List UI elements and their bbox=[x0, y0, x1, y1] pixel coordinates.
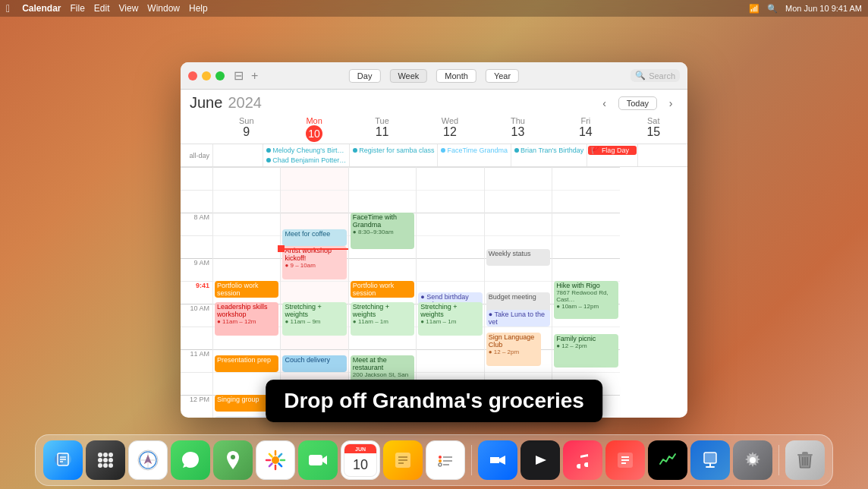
day-header-tue: Tue 11 bbox=[348, 115, 416, 144]
menubar-left:  Calendar File Edit View Window Help bbox=[6, 2, 208, 14]
time-labels: 8 AM 9 AM 9:41 10 AM 11 AM 12 PM 1 PM 2 … bbox=[181, 167, 212, 418]
dock-music[interactable] bbox=[563, 440, 602, 480]
dock-trash[interactable] bbox=[785, 440, 825, 480]
svg-point-13 bbox=[98, 463, 102, 468]
event-stretching-mon[interactable]: Stretching + weights ● 11am – 9m bbox=[282, 302, 346, 336]
svg-point-8 bbox=[103, 453, 108, 457]
dock-calendar[interactable]: JUN 10 bbox=[341, 440, 380, 480]
event-couch-delivery[interactable]: Couch delivery bbox=[282, 355, 346, 372]
allday-row: all-day Melody Cheung's Birt… Chad Benja… bbox=[181, 144, 687, 167]
dock-appletv[interactable] bbox=[520, 440, 560, 480]
allday-event-flagday[interactable]: 🚩 Flag Day bbox=[588, 146, 636, 155]
days-header: Sun 9 Mon 10 Tue 11 Wed 12 Thu 13 bbox=[181, 115, 687, 144]
menubar-right: 📶 🔍 Mon Jun 10 9:41 AM bbox=[749, 4, 862, 14]
search-box[interactable]: 🔍 Search bbox=[631, 69, 680, 82]
close-button[interactable] bbox=[188, 71, 197, 80]
dock-zoom[interactable] bbox=[478, 440, 517, 480]
next-week-button[interactable]: › bbox=[663, 96, 678, 111]
maximize-button[interactable] bbox=[215, 71, 225, 80]
dock-notes[interactable] bbox=[383, 440, 423, 480]
event-stretching-thu[interactable]: Stretching + weights ● 11am – 1m bbox=[418, 302, 482, 336]
view-week[interactable]: Week bbox=[389, 69, 427, 83]
view-month[interactable]: Month bbox=[436, 69, 476, 83]
allday-event-brian[interactable]: Brian Tran's Birthday bbox=[512, 146, 586, 155]
event-leadership[interactable]: Leadership skills workshop ● 11am – 12m bbox=[215, 302, 278, 336]
current-time-line bbox=[281, 248, 348, 250]
event-weekly-status[interactable]: Weekly status bbox=[486, 249, 550, 266]
time-9am: 9 AM bbox=[181, 258, 212, 281]
menubar-edit[interactable]: Edit bbox=[94, 3, 110, 14]
dock-photos[interactable] bbox=[256, 440, 295, 480]
event-meet-coffee[interactable]: Meet for coffee bbox=[282, 229, 346, 246]
day-header-sat: Sat 15 bbox=[620, 115, 687, 144]
allday-event-facetime[interactable]: FaceTime Grandma bbox=[439, 146, 510, 155]
day-header-fri: Fri 14 bbox=[552, 115, 619, 144]
svg-point-42 bbox=[439, 463, 442, 466]
time-830 bbox=[181, 235, 212, 258]
dock-divider-2 bbox=[778, 445, 779, 475]
window-titlebar: ⊟ + Day Week Month Year 🔍 Search bbox=[181, 62, 687, 90]
calendar-content: June 2024 ‹ Today › Sun 9 Mon 10 bbox=[181, 90, 687, 418]
dock-messages[interactable] bbox=[171, 440, 210, 480]
svg-point-22 bbox=[231, 455, 235, 459]
view-year[interactable]: Year bbox=[486, 69, 519, 83]
dock-reminders[interactable] bbox=[426, 440, 465, 480]
allday-event-chad[interactable]: Chad Benjamin Potter… bbox=[264, 156, 348, 165]
allday-sun bbox=[212, 144, 263, 166]
event-hike-rigo[interactable]: Hike with Rigo 7867 Redwood Rd, Cast… ● … bbox=[554, 281, 618, 319]
svg-point-38 bbox=[439, 456, 442, 459]
search-icon[interactable]: 🔍 bbox=[767, 4, 778, 14]
menubar-window[interactable]: Window bbox=[147, 3, 180, 14]
view-switcher: Day Week Month Year bbox=[349, 69, 519, 83]
time-941: 9:41 bbox=[181, 281, 212, 304]
sidebar-toggle[interactable]: ⊟ bbox=[234, 68, 244, 83]
dock-finder[interactable] bbox=[43, 440, 83, 480]
svg-point-23 bbox=[272, 456, 279, 464]
time-1130 bbox=[181, 372, 212, 395]
event-stretching-wed[interactable]: Stretching + weights ● 11am – 1m bbox=[351, 302, 414, 336]
dock-keynote[interactable] bbox=[690, 440, 730, 480]
today-button[interactable]: Today bbox=[618, 96, 657, 110]
day-header-thu: Thu 13 bbox=[484, 115, 552, 144]
prev-week-button[interactable]: ‹ bbox=[597, 96, 612, 111]
view-day[interactable]: Day bbox=[349, 69, 381, 83]
dock-systemprefs[interactable] bbox=[733, 440, 772, 480]
dock-safari[interactable] bbox=[128, 440, 168, 480]
event-portfolio-wed[interactable]: Portfolio work session bbox=[351, 281, 414, 298]
allday-fri: 🚩 Flag Day bbox=[587, 144, 637, 166]
allday-thu: Brian Tran's Birthday bbox=[511, 144, 587, 166]
svg-line-31 bbox=[269, 464, 272, 467]
titlebar-right: 🔍 Search bbox=[631, 69, 680, 82]
menubar-view[interactable]: View bbox=[119, 3, 139, 14]
dock-news[interactable] bbox=[605, 440, 645, 480]
event-facetime-grandma[interactable]: FaceTime with Grandma ● 8:30–9:30am bbox=[351, 213, 414, 249]
svg-point-10 bbox=[98, 458, 102, 462]
event-family-picnic[interactable]: Family picnic ● 12 – 2pm bbox=[554, 334, 618, 368]
tooltip-text: Drop off Grandma's groceries bbox=[284, 389, 584, 412]
allday-event-samba[interactable]: Register for samba class bbox=[351, 146, 436, 155]
year-label: 2024 bbox=[228, 94, 262, 111]
current-time-dot bbox=[278, 245, 285, 252]
allday-event-melody[interactable]: Melody Cheung's Birt… bbox=[264, 146, 348, 155]
dock: JUN 10 bbox=[35, 434, 833, 486]
event-artist-workshop[interactable]: Artist workshop kickoff! ● 9 – 10am bbox=[282, 246, 346, 279]
event-presentation-prep[interactable]: Presentation prep bbox=[215, 355, 278, 372]
svg-line-30 bbox=[279, 454, 282, 457]
event-take-luna[interactable]: ● Take Luna to the vet bbox=[486, 310, 550, 327]
menubar-file[interactable]: File bbox=[70, 3, 84, 14]
event-portfolio-sun[interactable]: Portfolio work session bbox=[215, 281, 278, 298]
month-label: June bbox=[190, 94, 222, 111]
menubar-app-name[interactable]: Calendar bbox=[22, 3, 61, 14]
apple-menu[interactable]:  bbox=[6, 2, 10, 14]
event-sign-language[interactable]: Sign Language Club ● 12 – 2pm bbox=[486, 333, 541, 366]
minimize-button[interactable] bbox=[202, 71, 211, 80]
day-header-mon: Mon 10 bbox=[280, 115, 348, 144]
add-event-button[interactable]: + bbox=[251, 69, 258, 83]
dock-maps[interactable] bbox=[213, 440, 253, 480]
calendar-window: ⊟ + Day Week Month Year 🔍 Search June 20… bbox=[181, 62, 687, 418]
dock-divider bbox=[471, 445, 472, 475]
dock-stocks[interactable] bbox=[648, 440, 687, 480]
dock-facetime[interactable] bbox=[298, 440, 338, 480]
menubar-help[interactable]: Help bbox=[189, 3, 208, 14]
dock-launchpad[interactable] bbox=[86, 440, 125, 480]
